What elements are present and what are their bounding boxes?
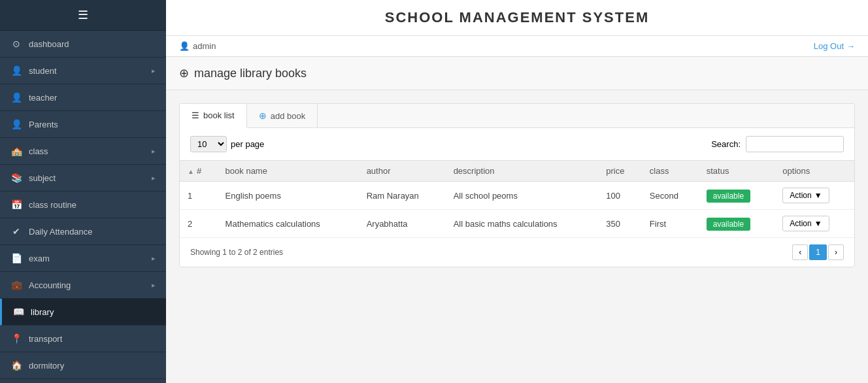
chevron-right-icon: ▸ [152, 174, 156, 182]
tabs-bar: ☰ book list ⊕ add book [180, 104, 854, 128]
hamburger-icon[interactable]: ☰ [78, 8, 88, 22]
cell-num: 2 [180, 210, 218, 238]
cell-book-name: English poems [218, 182, 359, 210]
sidebar-label-class-routine: class routine [29, 200, 76, 210]
sidebar-label-dormitory: dormitory [29, 361, 64, 371]
sidebar-item-left: 👤 Parents [10, 119, 58, 129]
sidebar-label-transport: transport [29, 334, 62, 344]
status-badge: available [707, 218, 750, 231]
books-table: ▲# book name author description price cl… [180, 160, 854, 238]
cell-class: First [642, 210, 699, 238]
transport-icon: 📍 [10, 333, 22, 344]
cell-description: All basic maths calculations [446, 210, 599, 238]
tab-book-list[interactable]: ☰ book list [180, 104, 247, 128]
cell-price: 100 [598, 182, 642, 210]
sidebar-item-left: 📍 transport [10, 333, 62, 344]
sidebar: ☰ ⊙ dashboard 👤 student ▸ 👤 teacher 👤 P [0, 0, 166, 383]
top-bar: 👤 admin Log Out → [166, 36, 868, 57]
page-title-icon: ⊕ [179, 66, 189, 80]
tab-add-book[interactable]: ⊕ add book [247, 104, 318, 127]
table-body: 1 English poems Ram Narayan All school p… [180, 182, 854, 238]
sidebar-item-left: ✔ Daily Attendance [10, 226, 93, 237]
sidebar-label-daily-attendance: Daily Attendance [29, 227, 93, 237]
logout-label: Log Out [814, 41, 844, 51]
page-title: ⊕ manage library books [179, 66, 855, 80]
sidebar-item-class[interactable]: 🏫 class ▸ [0, 138, 166, 165]
per-page-control: 10 25 50 100 per page [190, 136, 264, 152]
sidebar-item-exam[interactable]: 📄 exam ▸ [0, 245, 166, 272]
sidebar-item-transport[interactable]: 📍 transport [0, 325, 166, 352]
col-options: options [775, 161, 854, 182]
per-page-select[interactable]: 10 25 50 100 [190, 136, 227, 152]
logout-icon: → [846, 41, 855, 51]
class-routine-icon: 📅 [10, 199, 22, 210]
sidebar-item-parents[interactable]: 👤 Parents [0, 111, 166, 138]
col-description: description [446, 161, 599, 182]
action-button[interactable]: Action ▼ [782, 188, 829, 203]
sidebar-item-teacher[interactable]: 👤 teacher [0, 84, 166, 111]
table-header-row: ▲# book name author description price cl… [180, 161, 854, 182]
exam-icon: 📄 [10, 253, 22, 263]
sidebar-item-left: 👤 student [10, 65, 57, 76]
logout-button[interactable]: Log Out → [814, 41, 855, 51]
parents-icon: 👤 [10, 119, 22, 129]
search-input[interactable] [746, 136, 844, 152]
sidebar-label-exam: exam [29, 254, 50, 263]
sidebar-label-class: class [29, 146, 48, 156]
cell-status: available [699, 210, 775, 238]
student-icon: 👤 [10, 65, 22, 76]
app-header: SCHOOL MANAGEMENT SYSTEM [166, 0, 868, 36]
sidebar-item-class-routine[interactable]: 📅 class routine [0, 192, 166, 218]
entries-info: Showing 1 to 2 of 2 entries [190, 248, 283, 257]
table-row: 2 Mathematics calculations Aryabhatta Al… [180, 210, 854, 238]
sidebar-item-left: 👤 teacher [10, 92, 57, 103]
tab-add-book-label: add book [271, 111, 306, 121]
pagination: ‹ 1 › [792, 244, 844, 260]
page-title-text: manage library books [194, 67, 307, 80]
cell-description: All school peoms [446, 182, 599, 210]
admin-label: 👤 admin [179, 41, 216, 51]
sidebar-label-dashboard: dashboard [29, 39, 69, 49]
table-footer: Showing 1 to 2 of 2 entries ‹ 1 › [180, 238, 854, 267]
sidebar-item-dormitory[interactable]: 🏠 dormitory [0, 352, 166, 379]
prev-page-button[interactable]: ‹ [792, 244, 808, 260]
cell-book-name: Mathematics calculations [218, 210, 359, 238]
sidebar-label-student: student [29, 66, 57, 76]
cell-author: Aryabhatta [359, 210, 446, 238]
page-1-button[interactable]: 1 [809, 244, 827, 260]
sidebar-item-subject[interactable]: 📚 subject ▸ [0, 165, 166, 192]
sidebar-item-left: 📄 exam [10, 253, 50, 263]
list-icon: ☰ [192, 110, 199, 120]
sidebar-label-library: library [31, 307, 54, 317]
sidebar-item-left: 📚 subject [10, 173, 56, 183]
class-icon: 🏫 [10, 146, 22, 156]
next-page-button[interactable]: › [828, 244, 844, 260]
main-content: SCHOOL MANAGEMENT SYSTEM 👤 admin Log Out… [166, 0, 868, 383]
plus-circle-icon: ⊕ [259, 110, 267, 121]
admin-icon: 👤 [179, 41, 190, 51]
status-badge: available [707, 190, 750, 203]
cell-status: available [699, 182, 775, 210]
cell-class: Second [642, 182, 699, 210]
col-book-name: book name [218, 161, 359, 182]
content-area: ☰ book list ⊕ add book 10 25 50 100 [166, 90, 868, 383]
sidebar-item-daily-attendance[interactable]: ✔ Daily Attendance [0, 218, 166, 245]
admin-text: admin [193, 41, 216, 51]
table-head: ▲# book name author description price cl… [180, 161, 854, 182]
page-title-bar: ⊕ manage library books [166, 57, 868, 90]
col-num: ▲# [180, 161, 218, 182]
col-class: class [642, 161, 699, 182]
cell-options: Action ▼ [775, 210, 854, 238]
cell-price: 350 [598, 210, 642, 238]
sidebar-item-left: 🏠 dormitory [10, 360, 64, 371]
action-button[interactable]: Action ▼ [782, 216, 829, 231]
col-author: author [359, 161, 446, 182]
sidebar-item-dashboard[interactable]: ⊙ dashboard [0, 31, 166, 58]
dashboard-icon: ⊙ [10, 39, 22, 49]
sidebar-item-left: 🏫 class [10, 146, 48, 156]
chevron-right-icon: ▸ [152, 147, 156, 156]
sidebar-item-accounting[interactable]: 💼 Accounting ▸ [0, 272, 166, 299]
library-card: ☰ book list ⊕ add book 10 25 50 100 [179, 103, 855, 267]
sidebar-item-student[interactable]: 👤 student ▸ [0, 58, 166, 84]
sidebar-item-library[interactable]: 📖 library [0, 299, 166, 325]
